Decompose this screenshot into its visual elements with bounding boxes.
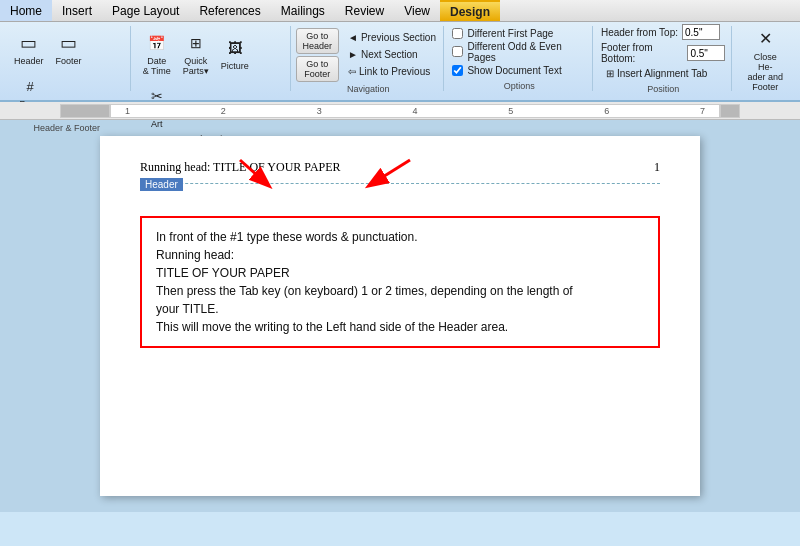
menu-bar: Home Insert Page Layout References Maili… (0, 0, 800, 22)
footer-from-bottom-row: Footer from Bottom: (601, 42, 725, 64)
footer-from-bottom-input[interactable] (687, 45, 725, 61)
ribbon: ▭ Header ▭ Footer # PageNumber Header & … (0, 22, 800, 102)
ribbon-group-insert: 📅 Date& Time ⊞ QuickParts▾ 🖼 Picture ✂ C… (133, 26, 291, 91)
different-first-page-checkbox[interactable] (452, 28, 463, 39)
instruction-line1: In front of the #1 type these words & pu… (156, 228, 644, 246)
menu-insert[interactable]: Insert (52, 0, 102, 21)
previous-section-button[interactable]: ◄ Previous Section (343, 30, 441, 45)
page-number-icon: # (16, 73, 44, 99)
ribbon-group-close: ✕ Close He-ader andFooter (734, 26, 796, 91)
go-to-footer-button[interactable]: Go toFooter (296, 56, 340, 82)
different-odd-even-row: Different Odd & Even Pages (452, 41, 586, 63)
ruler: 1 2 3 4 5 6 7 (0, 102, 800, 120)
group-label-hf: Header & Footer (34, 123, 101, 133)
menu-page-layout[interactable]: Page Layout (102, 0, 189, 21)
header-icon: ▭ (15, 30, 43, 56)
instruction-line5: your TITLE. (156, 300, 644, 318)
group-label-options: Options (452, 81, 586, 91)
header-from-top-input[interactable] (682, 24, 720, 40)
ribbon-group-header-footer: ▭ Header ▭ Footer # PageNumber Header & … (4, 26, 131, 91)
different-odd-even-checkbox[interactable] (452, 46, 463, 57)
ruler-inner: 1 2 3 4 5 6 7 (110, 104, 720, 118)
link-to-previous-button[interactable]: ⇦ Link to Previous (343, 64, 441, 79)
instruction-line4: Then press the Tab key (on keyboard) 1 o… (156, 282, 644, 300)
close-header-footer-button[interactable]: ✕ Close He-ader andFooter (742, 24, 788, 94)
instruction-line2: Running head: (156, 246, 644, 264)
footer-icon: ▭ (55, 30, 83, 56)
header-label-badge: Header (140, 178, 183, 191)
header-from-top-row: Header from Top: (601, 24, 725, 40)
instruction-box: In front of the #1 type these words & pu… (140, 216, 660, 348)
ribbon-group-position: Header from Top: Footer from Bottom: ⊞ I… (595, 26, 732, 91)
menu-references[interactable]: References (189, 0, 270, 21)
show-document-text-checkbox[interactable] (452, 65, 463, 76)
different-first-page-row: Different First Page (452, 28, 586, 39)
picture-icon: 🖼 (221, 35, 249, 61)
page-header: Running head: TITLE OF YOUR PAPER 1 (140, 156, 660, 184)
instruction-line3: TITLE OF YOUR PAPER (156, 264, 644, 282)
go-to-header-button[interactable]: Go toHeader (296, 28, 340, 54)
page-number-display: 1 (654, 156, 660, 175)
show-document-text-row: Show Document Text (452, 65, 586, 76)
date-time-button[interactable]: 📅 Date& Time (139, 28, 175, 78)
document-area: Running head: TITLE OF YOUR PAPER 1 Head… (0, 120, 800, 512)
page: Running head: TITLE OF YOUR PAPER 1 Head… (100, 136, 700, 496)
menu-review[interactable]: Review (335, 0, 394, 21)
quick-parts-button[interactable]: ⊞ QuickParts▾ (178, 28, 214, 78)
instruction-line6: This will move the writing to the Left h… (156, 318, 644, 336)
close-hf-icon: ✕ (751, 26, 779, 52)
picture-button[interactable]: 🖼 Picture (217, 33, 253, 73)
insert-alignment-tab-button[interactable]: ⊞ Insert Alignment Tab (601, 66, 712, 81)
menu-design[interactable]: Design (440, 0, 500, 21)
menu-view[interactable]: View (394, 0, 440, 21)
next-section-button[interactable]: ► Next Section (343, 47, 441, 62)
date-icon: 📅 (143, 30, 171, 56)
running-head-text: Running head: TITLE OF YOUR PAPER (140, 156, 341, 175)
insert-alignment-tab-row: ⊞ Insert Alignment Tab (601, 66, 725, 81)
footer-button[interactable]: ▭ Footer (51, 28, 87, 68)
header-button[interactable]: ▭ Header (10, 28, 48, 68)
group-label-position: Position (601, 84, 725, 94)
menu-mailings[interactable]: Mailings (271, 0, 335, 21)
group-label-navigation: Navigation (347, 84, 390, 94)
ribbon-group-navigation: Go toHeader Go toFooter ◄ Previous Secti… (293, 26, 444, 91)
ribbon-group-options: Different First Page Different Odd & Eve… (446, 26, 593, 91)
quick-parts-icon: ⊞ (182, 30, 210, 56)
menu-home[interactable]: Home (0, 0, 52, 21)
